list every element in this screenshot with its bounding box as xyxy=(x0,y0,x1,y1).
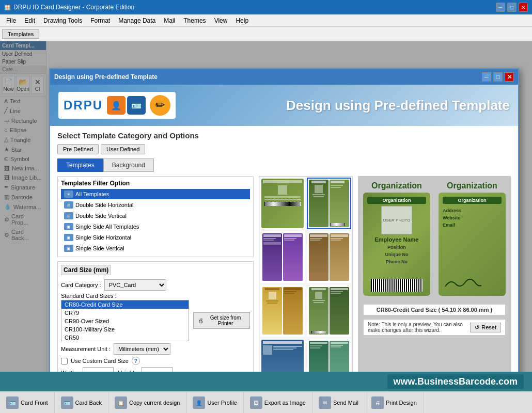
card-category-label: Card Category : xyxy=(61,282,101,288)
dialog-body: Select Template Category and Options Pre… xyxy=(50,126,518,372)
filter-double-vert[interactable]: ⊞ Double Side Vertical xyxy=(61,211,250,221)
templates-tab[interactable]: Templates xyxy=(57,158,103,172)
width-input[interactable]: 54.10 xyxy=(83,367,114,372)
back-email: Email xyxy=(443,223,502,228)
minimize-btn[interactable]: ─ xyxy=(496,3,505,12)
filter-dh-label: Double Side Horizontal xyxy=(75,202,134,208)
filter-single-vert[interactable]: ▣ Single Side Vertical xyxy=(61,243,250,253)
menu-edit[interactable]: Edit xyxy=(20,16,39,25)
menu-file[interactable]: File xyxy=(2,16,20,25)
close-btn[interactable]: ✕ xyxy=(519,3,528,12)
dialog-header: DRPU 👤 🪪 ✏ Design using Pre-defined Temp… xyxy=(50,85,518,126)
template-thumb-7[interactable] xyxy=(260,339,305,372)
content-tabs: Templates Background xyxy=(57,158,511,172)
card-unique: Unique No xyxy=(367,252,426,257)
template-thumb-5[interactable] xyxy=(260,285,305,337)
menu-format[interactable]: Format xyxy=(86,16,114,25)
dialog-minimize-btn[interactable]: ─ xyxy=(482,72,491,82)
filter-section: Templates Filter Option ≡ All Templates … xyxy=(57,176,254,257)
size-cr100[interactable]: CR100-Military Size xyxy=(61,325,189,333)
filter-sh-icon: ▣ xyxy=(64,234,73,241)
card-size-section: Card Size (mm) Card Category : PVC_Card … xyxy=(57,261,254,372)
measurement-row: Measurement Unit : Milimeters (mm) xyxy=(61,343,250,355)
filter-sv-icon: ▣ xyxy=(64,245,73,252)
card-position: Position xyxy=(367,245,426,250)
toolbar-templates-tab[interactable]: Templates xyxy=(2,29,39,39)
taskbar-copy-design[interactable]: 📋 Copy current design xyxy=(108,392,186,413)
template-thumb-8[interactable] xyxy=(307,339,351,372)
dialog-titlebar: Design using Pre-defined Template ─ □ ✕ xyxy=(50,69,518,85)
template-thumb-3[interactable] xyxy=(260,231,305,283)
filter-single-horiz[interactable]: ▣ Single Side Horizontal xyxy=(61,232,250,243)
card-category-select[interactable]: PVC_Card xyxy=(104,279,166,291)
filter-all-templates[interactable]: ≡ All Templates xyxy=(61,189,250,199)
filter-title: Templates Filter Option xyxy=(61,180,250,187)
copy-design-label: Copy current design xyxy=(129,400,180,406)
menu-help[interactable]: Help xyxy=(231,16,253,25)
note-bar: Note: This is only a preview, You can al… xyxy=(363,320,506,336)
size-cr79[interactable]: CR79 xyxy=(61,309,189,317)
preview-card-front: Organization Organization USER PHOTO Emp… xyxy=(363,181,430,296)
taskbar-user-profile[interactable]: 👤 User Profile xyxy=(186,392,243,413)
maximize-btn[interactable]: □ xyxy=(507,3,517,12)
get-size-area: 🖨 Get size from Printer xyxy=(193,300,250,341)
background-tab[interactable]: Background xyxy=(103,158,154,172)
user-defined-tab[interactable]: User Defined xyxy=(101,144,145,154)
taskbar-export-image[interactable]: 🖼 Export as Image xyxy=(244,392,312,413)
logo-icon-orange: 👤 xyxy=(107,96,126,115)
template-thumb-6[interactable] xyxy=(307,285,351,337)
custom-size-label: Use Custom Card Size xyxy=(71,358,129,364)
title-bar-left: 🪟 DRPU ID Card Designer - Corporate Edit… xyxy=(4,4,134,11)
website-bar: www.BusinessBarcode.com xyxy=(0,372,532,391)
size-cr50[interactable]: CR50 xyxy=(61,333,189,341)
back-website: Website xyxy=(443,215,502,220)
preview-card-back: Organization Organization Address Websit… xyxy=(439,181,506,296)
card-back-content: Address Website Email xyxy=(443,206,502,274)
size-cr90[interactable]: CR90-Over Sized xyxy=(61,317,189,325)
template-thumb-4[interactable] xyxy=(307,231,351,283)
menu-view[interactable]: View xyxy=(210,16,232,25)
size-list[interactable]: CR80-Credit Card Size CR79 CR90-Over Siz… xyxy=(61,300,189,341)
dialog-close-btn[interactable]: ✕ xyxy=(505,72,514,82)
send-mail-icon: ✉ xyxy=(319,396,331,409)
filter-sh-label: Single Side Horizontal xyxy=(75,234,131,241)
filter-all-label: All Templates xyxy=(75,191,109,197)
size-cr80[interactable]: CR80-Credit Card Size xyxy=(61,300,189,309)
filter-single-all[interactable]: ▣ Single Side All Templates xyxy=(61,221,250,232)
custom-size-checkbox[interactable] xyxy=(61,358,68,364)
app-window: 🪟 DRPU ID Card Designer - Corporate Edit… xyxy=(0,0,532,413)
filter-double-horiz[interactable]: ⊞ Double Side Horizontal xyxy=(61,200,250,210)
menu-manage-data[interactable]: Manage Data xyxy=(114,16,160,25)
card-back-icon: 🪪 xyxy=(61,396,73,409)
template-thumb-1[interactable] xyxy=(260,178,305,229)
template-grid-section xyxy=(259,176,353,372)
pre-defined-tab[interactable]: Pre Defined xyxy=(57,144,99,154)
drpu-logo-area: DRPU 👤 🪪 ✏ xyxy=(58,92,176,119)
taskbar-send-mail[interactable]: ✉ Send Mail xyxy=(312,392,365,413)
menu-themes[interactable]: Themes xyxy=(179,16,210,25)
template-mini-1 xyxy=(261,179,304,228)
taskbar-print-design[interactable]: 🖨 Print Design xyxy=(365,392,424,413)
menu-mail[interactable]: Mail xyxy=(160,16,179,25)
dialog-maximize-btn[interactable]: □ xyxy=(493,72,503,82)
card-front: Organization USER PHOTO Employee Name Po… xyxy=(363,193,430,296)
get-size-label: Get size from Printer xyxy=(206,315,245,326)
title-bar: 🪟 DRPU ID Card Designer - Corporate Edit… xyxy=(0,0,532,14)
print-design-label: Print Design xyxy=(386,400,417,406)
taskbar-card-back[interactable]: 🪪 Card Back xyxy=(55,392,108,413)
logo-icon-blue: 🪪 xyxy=(127,96,146,115)
menu-drawing-tools[interactable]: Drawing Tools xyxy=(39,16,86,25)
dialog-title: Design using Pre-defined Template xyxy=(54,73,158,81)
get-size-btn[interactable]: 🖨 Get size from Printer xyxy=(193,312,250,329)
filter-sv-label: Single Side Vertical xyxy=(75,245,124,251)
template-thumb-2[interactable] xyxy=(307,178,351,229)
help-icon[interactable]: ? xyxy=(132,357,140,365)
website-text: www.BusinessBarcode.com xyxy=(387,374,524,389)
taskbar-card-front[interactable]: 🪪 Card Front xyxy=(0,392,55,413)
preview-note-area: CR80-Credit Card Size ( 54.10 X 86.00 mm… xyxy=(363,304,506,315)
reset-btn[interactable]: ↺ Reset xyxy=(470,323,501,332)
filter-sa-icon: ▣ xyxy=(64,223,73,230)
menu-bar: File Edit Drawing Tools Format Manage Da… xyxy=(0,14,532,27)
measurement-select[interactable]: Milimeters (mm) xyxy=(114,343,170,355)
height-input[interactable]: 86.00 xyxy=(142,367,173,372)
